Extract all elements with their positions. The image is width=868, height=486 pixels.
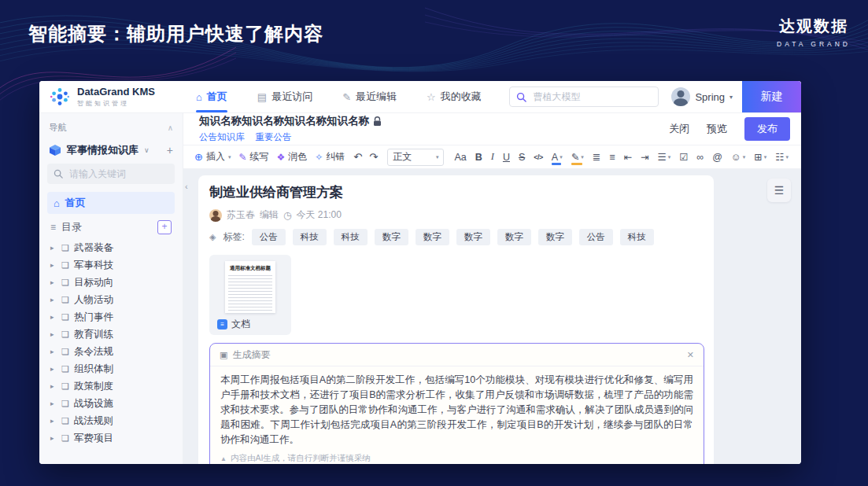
book-icon: ❏ <box>61 330 69 340</box>
collapse-sidebar-handle[interactable]: ‹ <box>185 182 188 191</box>
app-logo[interactable]: DataGrand KMS 智能知识管理 <box>49 86 155 108</box>
sidebar-search-box[interactable] <box>47 164 175 184</box>
indent-icon[interactable]: ⇥ <box>639 149 650 165</box>
bold-icon[interactable]: B <box>474 149 484 165</box>
sidebar-tree-item[interactable]: ▸ ❏ 热门事件 <box>47 308 175 326</box>
publish-button[interactable]: 发布 <box>744 117 790 141</box>
expand-arrow-icon[interactable]: ▸ <box>50 313 57 321</box>
expand-arrow-icon[interactable]: ▸ <box>50 296 57 304</box>
tag-pill[interactable]: 公告 <box>579 229 613 245</box>
expand-arrow-icon[interactable]: ▸ <box>50 399 57 407</box>
link-icon[interactable]: ∞ <box>695 149 705 165</box>
new-button[interactable]: 新建 <box>742 81 801 112</box>
expand-arrow-icon[interactable]: ▸ <box>50 278 57 286</box>
search-icon <box>54 169 63 179</box>
mention-icon[interactable]: @ <box>711 149 724 165</box>
tab-icon: ⌂ <box>196 91 202 103</box>
sidebar-home-label: 首页 <box>65 196 86 210</box>
attachment-card[interactable]: 通用标准文档标题 ≡ 文档 <box>209 255 291 335</box>
attachment-label: 文档 <box>231 318 250 331</box>
book-icon: ❏ <box>61 364 69 374</box>
task-list-icon[interactable]: ☑ <box>678 149 689 165</box>
sidebar-tree-item[interactable]: ▸ ❏ 组织体制 <box>47 360 175 377</box>
ai-insert-button[interactable]: ⊕ 插入 ▾ <box>194 150 231 164</box>
sidebar-tree-item[interactable]: ▸ ❏ 条令法规 <box>47 343 175 360</box>
tag-pill[interactable]: 数字 <box>416 229 449 245</box>
font-case-icon[interactable]: Aa <box>452 149 467 165</box>
sidebar-tree-item[interactable]: ▸ ❏ 战法规则 <box>47 412 175 429</box>
expand-arrow-icon[interactable]: ▸ <box>50 365 57 373</box>
tab-icon: ☆ <box>427 91 436 103</box>
add-directory-button[interactable]: + <box>157 220 172 234</box>
undo-icon[interactable]: ↶ <box>353 151 363 163</box>
emoji-icon[interactable]: ☺ ▾ <box>729 149 747 165</box>
tag-pill[interactable]: 数字 <box>497 229 531 245</box>
add-knowledge-base-icon[interactable]: + <box>167 144 173 156</box>
global-search-input[interactable] <box>531 90 652 103</box>
align-icon[interactable]: ☰ ▾ <box>656 149 672 165</box>
strikethrough-icon[interactable]: S <box>517 149 526 165</box>
sidebar-tree-item[interactable]: ▸ ❏ 武器装备 <box>47 239 175 256</box>
tag-pill[interactable]: 数字 <box>375 229 408 245</box>
sidebar-tree-item[interactable]: ▸ ❏ 军事科技 <box>47 256 175 274</box>
redo-icon[interactable]: ↷ <box>368 151 379 163</box>
tag-pill[interactable]: 科技 <box>293 229 327 245</box>
close-button[interactable]: 关闭 <box>669 122 689 136</box>
preview-button[interactable]: 预览 <box>707 122 727 136</box>
expand-arrow-icon[interactable]: ▸ <box>50 434 57 442</box>
outdent-icon[interactable]: ⇤ <box>622 149 633 165</box>
underline-icon[interactable]: U <box>501 149 512 165</box>
italic-icon[interactable]: I <box>489 149 496 165</box>
tag-pill[interactable]: 公告 <box>252 229 286 245</box>
sidebar-item-home[interactable]: ⌂ 首页 <box>47 192 175 214</box>
sidebar-tree-item[interactable]: ▸ ❏ 战场设施 <box>47 395 175 412</box>
ordered-list-icon[interactable]: ≣ <box>591 149 602 165</box>
sidebar-tree-item[interactable]: ▸ ❏ 军费项目 <box>47 429 175 447</box>
knowledge-breadcrumb: 公告知识库重要公告 <box>199 131 382 143</box>
sidebar-item-directory[interactable]: ≡ 目录 + <box>47 214 175 239</box>
close-icon[interactable]: ✕ <box>687 350 694 360</box>
attachment-thumbnail: 通用标准文档标题 <box>225 261 275 313</box>
outline-toggle-button[interactable]: ☰ <box>767 179 791 202</box>
tag-pill[interactable]: 数字 <box>456 229 490 245</box>
ai-polish-button[interactable]: ❖ 润色 <box>276 150 307 164</box>
expand-arrow-icon[interactable]: ▸ <box>50 417 57 425</box>
tab-recent-edits[interactable]: ✎ 最近编辑 <box>342 81 397 112</box>
user-menu[interactable]: Spring ▾ <box>671 87 733 106</box>
directory-icon: ≡ <box>50 222 56 233</box>
paragraph-style-select[interactable]: 正文 ▾ <box>387 149 444 166</box>
tab-recent-visits[interactable]: ▤ 最近访问 <box>257 81 312 112</box>
collapse-nav-icon[interactable]: ∧ <box>168 123 173 132</box>
expand-arrow-icon[interactable]: ▸ <box>50 382 57 390</box>
ai-continue-writing-button[interactable]: ✎ 续写 <box>238 150 268 164</box>
ai-proofread-button[interactable]: ✧ 纠错 <box>315 150 345 164</box>
knowledge-base-selector[interactable]: 军事情报知识库 ∨ + <box>47 140 175 164</box>
author-name: 苏玉春 <box>227 208 255 222</box>
tag-pill[interactable]: 科技 <box>620 229 654 245</box>
expand-arrow-icon[interactable]: ▸ <box>50 330 57 338</box>
tab-home[interactable]: ⌂ 首页 <box>196 81 227 112</box>
knowledge-link[interactable]: 重要公告 <box>256 131 292 143</box>
expand-arrow-icon[interactable]: ▸ <box>50 348 57 355</box>
tab-icon: ▤ <box>257 91 267 103</box>
more-tools-icon[interactable]: ☷ ▾ <box>774 149 790 165</box>
table-icon[interactable]: ⊞ ▾ <box>752 149 768 165</box>
code-icon[interactable]: </> <box>532 149 545 165</box>
sidebar-tree-item[interactable]: ▸ ❏ 目标动向 <box>47 274 175 291</box>
font-color-icon[interactable]: A ▾ <box>550 149 564 165</box>
document-title[interactable]: 制造业供给商管理方案 <box>209 183 703 201</box>
highlight-color-icon[interactable]: ✎ ▾ <box>570 149 585 165</box>
tree-item-label: 武器装备 <box>74 241 113 255</box>
sidebar-tree-item[interactable]: ▸ ❏ 教育训练 <box>47 326 175 343</box>
tag-pill[interactable]: 数字 <box>538 229 572 245</box>
sidebar-tree-item[interactable]: ▸ ❏ 政策制度 <box>47 377 175 395</box>
global-search-box[interactable] <box>509 87 659 107</box>
knowledge-link[interactable]: 公告知识库 <box>199 131 245 143</box>
tag-pill[interactable]: 科技 <box>334 229 368 245</box>
expand-arrow-icon[interactable]: ▸ <box>50 244 57 252</box>
sidebar-tree-item[interactable]: ▸ ❏ 人物活动 <box>47 291 175 308</box>
sidebar-search-input[interactable] <box>68 168 168 180</box>
tab-favorites[interactable]: ☆ 我的收藏 <box>427 81 482 112</box>
bullet-list-icon[interactable]: ≡ <box>608 149 616 165</box>
expand-arrow-icon[interactable]: ▸ <box>50 261 57 269</box>
